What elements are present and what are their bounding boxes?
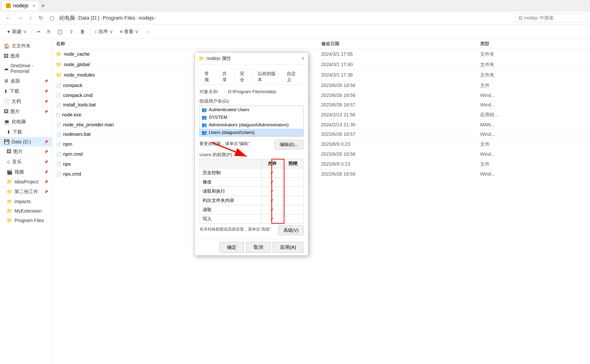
tab-security[interactable]: 安全 xyxy=(235,68,253,85)
back-button[interactable]: ← xyxy=(4,14,13,22)
sidebar-item-computer[interactable]: 💻 此电脑 xyxy=(0,117,52,127)
file-row[interactable]: 📁node_modules 2024/3/1 17:38 文件夹 xyxy=(52,70,590,80)
dialog-title: nodejs 属性 xyxy=(206,55,231,62)
file-row[interactable]: 📄npm 2023/8/9 0:23 文件 xyxy=(52,139,590,150)
sidebar-item-downloads[interactable]: ⬇ 下载 📌 xyxy=(0,86,52,96)
file-name-label: node_global xyxy=(64,62,90,67)
perm-row-modify[interactable]: 修改 ✓ xyxy=(200,177,303,187)
perm-deny-check xyxy=(282,187,303,196)
perm-row-write[interactable]: 写入 ✓ xyxy=(200,214,303,224)
group-row-system[interactable]: 👥 SYSTEM xyxy=(200,114,303,121)
breadcrumb-computer[interactable]: 此电脑 xyxy=(59,14,75,22)
delete-button[interactable]: 🗑 xyxy=(77,27,88,36)
download2-icon: ⬇ xyxy=(7,129,11,135)
pin-icon: 📌 xyxy=(44,89,48,93)
breadcrumb-nodejs[interactable]: nodejs xyxy=(139,15,154,21)
tab-general[interactable]: 常规 xyxy=(200,68,217,85)
file-row[interactable]: 📄corepack 2023/6/26 18:56 文件 xyxy=(52,80,590,91)
sidebar-label: 主文件夹 xyxy=(12,43,31,49)
ok-button[interactable]: 确定 xyxy=(220,242,244,253)
up-button[interactable]: ↑ xyxy=(27,14,34,22)
refresh-button[interactable]: ↻ xyxy=(37,14,45,22)
tab-nodejs[interactable]: nodejs × xyxy=(2,1,39,10)
music-icon: ♫ xyxy=(7,159,10,164)
apply-button[interactable]: 应用(A) xyxy=(273,242,303,253)
share-button[interactable]: ⇧ xyxy=(67,27,76,36)
new-tab-button[interactable]: + xyxy=(41,2,45,9)
edit-button[interactable]: 编辑(E)... xyxy=(275,140,303,149)
group-row-authenticated[interactable]: 👥 Authenticated Users xyxy=(200,106,303,114)
copy-button[interactable]: ⎘ xyxy=(45,27,53,36)
folder-icon: 📁 xyxy=(56,62,62,68)
file-row[interactable]: 📄install_tools.bat 2023/6/26 18:57 Wind.… xyxy=(52,100,590,110)
file-view-toggle[interactable]: ▢ xyxy=(48,14,56,22)
dialog-close-button[interactable]: × xyxy=(302,56,304,61)
gallery-icon: 🖼 xyxy=(4,53,8,59)
tab-previous[interactable]: 以前的版本 xyxy=(253,68,282,85)
file-name-label: install_tools.bat xyxy=(63,102,96,108)
sidebar-item-secondjob[interactable]: 📁 第二份工作 📌 xyxy=(0,187,52,197)
file-type: Wind... xyxy=(480,151,586,157)
sidebar-item-gallery[interactable]: 🖼 图库 xyxy=(0,51,52,61)
toolbar-sep-1 xyxy=(32,28,32,36)
col-header-type[interactable]: 类型 xyxy=(480,41,586,47)
file-row[interactable]: 📁node_cache 2024/3/1 17:55 文件夹 xyxy=(52,49,590,59)
bottom-row: 有关特殊权限或高级设置，请单击"高级". 高级(V) xyxy=(200,226,303,235)
file-type: 文件夹 xyxy=(480,51,586,57)
tab-custom[interactable]: 自定义 xyxy=(282,68,303,85)
cancel-button[interactable]: 取消 xyxy=(246,242,270,253)
dialog-body: 常规 共享 安全 以前的版本 自定义 对象名称: D:\Program File… xyxy=(195,65,308,239)
tab-close-button[interactable]: × xyxy=(33,3,35,8)
file-row[interactable]: 📄corepack.cmd 2023/6/26 18:56 Wind... xyxy=(52,91,590,100)
perm-row-readexec[interactable]: 读取和执行 ✓ xyxy=(200,187,303,196)
paste-button[interactable]: 📋 xyxy=(54,27,66,36)
sidebar-item-myextension[interactable]: 📁 MyExtension xyxy=(0,206,52,216)
users-icon: 👥 xyxy=(202,130,207,135)
sidebar-item-downloads2[interactable]: ⬇ 下载 xyxy=(0,127,52,137)
sidebar-label: 下载 xyxy=(13,129,22,135)
sidebar-item-video[interactable]: 🎬 视频 📌 xyxy=(0,167,52,177)
file-type: Wind... xyxy=(480,93,586,98)
sidebar-item-onedrive[interactable]: ☁ OneDrive - Personal xyxy=(0,61,52,76)
file-row[interactable]: 📄npx.cmd 2023/6/26 18:56 Wind... xyxy=(52,169,590,179)
sidebar-item-home[interactable]: 🏠 主文件夹 xyxy=(0,41,52,51)
file-row[interactable]: 📄node_etw_provider.man 2024/2/13 21:30 M… xyxy=(52,120,590,130)
sidebar-item-data-drive[interactable]: 💾 Data (D:) 📌 xyxy=(0,137,52,146)
new-button[interactable]: ✦ 新建 ∨ xyxy=(4,27,30,36)
sidebar-item-programfiles[interactable]: 📁 Program Files xyxy=(0,216,52,225)
more-button[interactable]: ··· xyxy=(143,27,152,36)
sidebar-item-pictures2[interactable]: 🖼 图片 📌 xyxy=(0,146,52,157)
perm-col-deny-header: 拒绝 xyxy=(282,159,303,168)
sidebar-item-music[interactable]: ♫ 音乐 📌 xyxy=(0,157,52,167)
view-button[interactable]: ≡ 查看 ∨ xyxy=(117,27,142,36)
sort-button[interactable]: ↕ 排序 ∨ xyxy=(92,27,116,36)
sidebar-item-impacts[interactable]: 📁 impacts xyxy=(0,197,52,206)
tab-share[interactable]: 共享 xyxy=(217,68,235,85)
sidebar-item-documents[interactable]: 📄 文档 📌 xyxy=(0,96,52,106)
col-header-date[interactable]: 修改日期 xyxy=(321,41,480,47)
forward-button[interactable]: → xyxy=(16,14,25,22)
cut-button[interactable]: ✂ xyxy=(34,27,44,36)
perm-row-list[interactable]: 列出文件夹内容 ✓ xyxy=(200,196,303,205)
perm-row-full[interactable]: 完全控制 ✓ xyxy=(200,168,303,177)
sidebar-item-ideaproject[interactable]: 📁 IdeaProject 📌 xyxy=(0,177,52,187)
file-row[interactable]: 📁node_global 2024/3/1 17:40 文件夹 xyxy=(52,59,590,70)
perm-allow-check: ✓ xyxy=(262,177,282,187)
breadcrumb-drive[interactable]: Data (D:) xyxy=(78,15,99,21)
group-row-users[interactable]: 👥 Users (daiguoxi\Users) xyxy=(200,129,303,136)
col-header-name[interactable]: 名称 xyxy=(56,41,321,47)
file-row[interactable]: 📄npx 2023/8/9 0:23 文件 xyxy=(52,159,590,169)
sidebar-item-pictures[interactable]: 🖼 图片 📌 xyxy=(0,106,52,117)
file-row[interactable]: ⬡ node.exe 2024/2/13 21:56 应用程... xyxy=(52,110,590,120)
breadcrumb-programfiles[interactable]: Program Files xyxy=(103,15,135,21)
advanced-button[interactable]: 高级(V) xyxy=(279,226,303,235)
sidebar-item-desktop[interactable]: 🖥 桌面 📌 xyxy=(0,76,52,86)
group-row-admin[interactable]: 👥 Administrators (daiguoxi\Administrator… xyxy=(200,121,303,129)
file-row[interactable]: 📄npm.cmd 2023/6/26 18:56 Wind... xyxy=(52,150,590,159)
toolbar: ✦ 新建 ∨ ✂ ⎘ 📋 ⇧ 🗑 ↕ 排序 ∨ ≡ 查看 ∨ ··· xyxy=(0,25,590,39)
perm-row-read[interactable]: 读取 ✓ xyxy=(200,205,303,214)
breadcrumb-sep-1: › xyxy=(76,15,77,20)
file-icon: 📄 xyxy=(56,132,61,137)
file-row[interactable]: 📄nodevars.bat 2023/6/26 18:57 Wind... xyxy=(52,130,590,139)
search-input[interactable] xyxy=(515,13,586,22)
